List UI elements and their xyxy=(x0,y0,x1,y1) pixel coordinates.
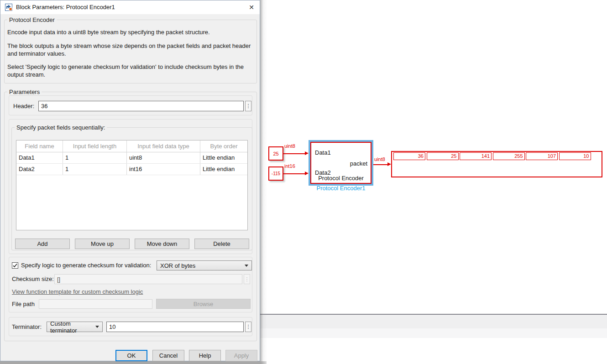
terminator-label: Terminator: xyxy=(12,322,42,332)
dialog-title: Block Parameters: Protocol Encoder1 xyxy=(16,0,115,14)
group-title: Protocol Encoder xyxy=(7,16,57,23)
display-cell: 141 xyxy=(460,152,492,160)
wire-arrowhead xyxy=(305,151,309,155)
checksum-size-input[interactable]: [] xyxy=(54,274,242,284)
checksum-size-edit-button[interactable]: ⋮ xyxy=(244,274,250,284)
checksum-logic-dropdown[interactable]: XOR of bytes xyxy=(157,260,252,270)
cell-field-name[interactable]: Data1 xyxy=(16,152,63,163)
terminator-edit-button[interactable]: ⋮ xyxy=(245,322,251,332)
signal-wire-data2[interactable] xyxy=(283,173,305,174)
block-description-group: Protocol Encoder Encode input data into … xyxy=(4,20,257,83)
table-header-row: Field name Input field length Input fiel… xyxy=(16,140,247,152)
signal-type-label: int16 xyxy=(284,163,295,169)
block-parameters-dialog: Block Parameters: Protocol Encoder1 ✕ Pr… xyxy=(0,0,260,361)
description-paragraph: Select 'Specify logic to generate checks… xyxy=(7,63,254,78)
file-path-label: File path xyxy=(12,299,35,309)
table-row[interactable]: Data2 1 int16 Little endian xyxy=(16,164,247,175)
description-paragraph: Encode input data into a uint8 byte stre… xyxy=(7,28,254,36)
cell-field-length[interactable]: 1 xyxy=(63,164,127,175)
chevron-down-icon xyxy=(95,326,99,328)
wire-arrowhead xyxy=(305,172,309,175)
table-row[interactable]: Data1 1 uint8 Little endian xyxy=(16,152,247,164)
display-cell: 10 xyxy=(559,152,591,160)
cancel-button[interactable]: Cancel xyxy=(152,350,184,361)
header-input[interactable]: 36 xyxy=(38,101,244,111)
checksum-size-label: Checksum size: xyxy=(12,274,54,284)
cell-byte-order[interactable]: Little endian xyxy=(200,152,247,163)
description-paragraph: The block outputs a byte stream whose si… xyxy=(7,42,256,57)
display-block[interactable]: 36 25 141 255 107 10 xyxy=(391,151,602,177)
outport-label-packet: packet xyxy=(350,160,367,167)
block-type-label: Protocol Encoder xyxy=(311,175,371,182)
chevron-down-icon xyxy=(245,265,248,267)
apply-button[interactable]: Apply xyxy=(225,350,257,361)
ellipsis-icon: ⋮ xyxy=(246,324,251,330)
signal-type-label: uint8 xyxy=(374,156,385,162)
constant-block-25[interactable]: 25 xyxy=(268,146,283,161)
move-up-button[interactable]: Move up xyxy=(75,239,130,249)
block-name-label[interactable]: Protocol Encoder1 xyxy=(304,185,378,192)
dialog-titlebar[interactable]: Block Parameters: Protocol Encoder1 ✕ xyxy=(0,0,260,14)
header-label: Header: xyxy=(13,101,34,111)
close-icon: ✕ xyxy=(249,4,254,11)
dropdown-value: Custom terminator xyxy=(50,320,95,334)
check-icon xyxy=(12,263,18,268)
checksum-checkbox-label: Specify logic to generate checksum for v… xyxy=(21,260,151,270)
constant-value: 25 xyxy=(273,151,278,156)
wire-arrowhead xyxy=(387,162,391,166)
display-cell: 255 xyxy=(493,152,525,160)
ellipsis-icon: ⋮ xyxy=(245,276,250,282)
view-template-link[interactable]: View function template for custom checks… xyxy=(12,288,143,295)
constant-value: -115 xyxy=(272,171,280,176)
display-cell: 107 xyxy=(526,152,558,160)
inport-label-data1: Data1 xyxy=(315,149,331,156)
move-down-button[interactable]: Move down xyxy=(135,239,189,249)
dialog-drop-shadow xyxy=(0,361,267,364)
signal-wire-packet[interactable] xyxy=(373,164,387,165)
cell-field-type[interactable]: uint8 xyxy=(127,152,200,163)
terminator-mode-dropdown[interactable]: Custom terminator xyxy=(47,322,103,332)
cell-field-length[interactable]: 1 xyxy=(63,152,127,163)
group-title: Parameters xyxy=(7,88,42,95)
column-header: Byte order xyxy=(200,140,247,152)
model-canvas[interactable]: 25 uint8 -115 int16 Data1 Data2 packet P… xyxy=(260,0,607,364)
display-cell: 36 xyxy=(393,152,425,160)
column-header: Input field length xyxy=(63,140,127,152)
cell-field-type[interactable]: int16 xyxy=(127,164,200,175)
group-title: Specify packet fields sequentially: xyxy=(15,124,107,131)
ellipsis-icon: ⋮ xyxy=(246,103,251,109)
protocol-encoder-block[interactable]: Data1 Data2 packet Protocol Encoder xyxy=(310,142,372,184)
display-cell: 25 xyxy=(427,152,459,160)
browse-button[interactable]: Browse xyxy=(156,299,251,309)
dropdown-value: XOR of bytes xyxy=(160,262,195,269)
checksum-checkbox[interactable] xyxy=(12,262,18,269)
taskbar-band xyxy=(260,328,607,338)
cell-field-name[interactable]: Data2 xyxy=(16,164,63,175)
file-path-input[interactable] xyxy=(39,299,152,309)
statusbar-band xyxy=(260,315,607,328)
simulink-block-icon xyxy=(5,4,12,11)
packet-fields-table[interactable]: Field name Input field length Input fiel… xyxy=(16,140,248,230)
column-header: Field name xyxy=(16,140,63,152)
constant-block--115[interactable]: -115 xyxy=(268,166,283,181)
ok-button[interactable]: OK xyxy=(115,350,147,361)
delete-button[interactable]: Delete xyxy=(194,239,249,249)
cell-byte-order[interactable]: Little endian xyxy=(200,164,247,175)
close-button[interactable]: ✕ xyxy=(246,2,257,12)
help-button[interactable]: Help xyxy=(189,350,221,361)
add-button[interactable]: Add xyxy=(15,239,70,249)
column-header: Input field data type xyxy=(127,140,200,152)
header-edit-button[interactable]: ⋮ xyxy=(245,101,251,111)
signal-wire-data1[interactable] xyxy=(283,153,305,154)
terminator-input[interactable]: 10 xyxy=(106,322,244,332)
signal-type-label: uint8 xyxy=(284,143,295,149)
